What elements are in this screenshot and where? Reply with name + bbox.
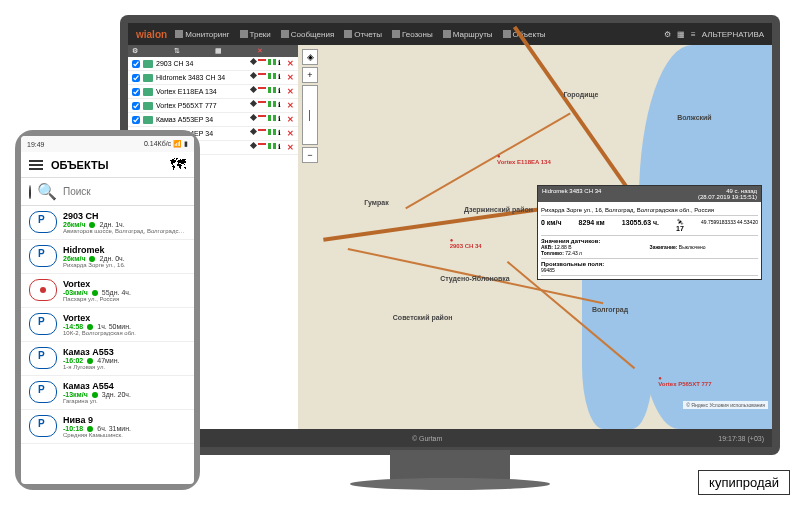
filter-icon[interactable]: ⚙: [132, 47, 170, 55]
tool-icon[interactable]: ▦: [677, 30, 685, 39]
tool-icon[interactable]: ≡: [691, 30, 696, 39]
close-all-icon[interactable]: ✕: [257, 47, 295, 55]
vehicle-icon: [29, 347, 57, 369]
main-nav: МониторингТрекиСообщенияОтчетыГеозоныМар…: [175, 30, 656, 39]
hide-icon[interactable]: [258, 73, 266, 75]
unit-name: 2903 CH: [63, 211, 186, 221]
locate-icon[interactable]: [250, 86, 257, 93]
map-label: Волгоград: [592, 306, 628, 313]
hide-icon[interactable]: [258, 59, 266, 61]
menu-icon[interactable]: [29, 160, 43, 170]
map-icon[interactable]: 🗺: [170, 156, 186, 174]
phone-unit-item[interactable]: Камаз А554 -13км/ч 3дн. 20ч. Гагарина ул…: [21, 376, 194, 410]
info-icon[interactable]: ℹ: [278, 129, 285, 136]
unit-row[interactable]: Vortex E118EA 134 ℹ ✕: [128, 85, 298, 99]
map-controls: ◈ + │ −: [302, 49, 318, 163]
info-sat: 🛰 17: [676, 219, 684, 232]
topbar: wialon МониторингТрекиСообщенияОтчетыГео…: [128, 23, 772, 45]
zoom-slider[interactable]: │: [302, 85, 318, 145]
hide-icon[interactable]: [258, 143, 266, 145]
vehicle-icon: [29, 211, 57, 233]
vehicle-marker[interactable]: ●Vortex E118EA 134: [497, 153, 551, 165]
unit-row[interactable]: Vortex P565XT 777 ℹ ✕: [128, 99, 298, 113]
phone-net: 0.14Кб/с: [144, 140, 171, 147]
account-label[interactable]: АЛЬТЕРНАТИВА: [702, 30, 764, 39]
unit-name: 2903 CH 34: [156, 60, 248, 67]
unit-checkbox[interactable]: [132, 102, 140, 110]
vehicle-marker[interactable]: ●2903 CH 34: [450, 237, 482, 249]
columns-icon[interactable]: ▦: [215, 47, 253, 55]
info-title: Hidromek 3483 CH 34: [542, 188, 601, 200]
map-canvas[interactable]: ◈ + │ − ГородищеВолгоградДзержинский рай…: [298, 45, 772, 429]
locate-icon[interactable]: [250, 128, 257, 135]
unit-meta: 26км/ч 2дн. 1ч.: [63, 221, 186, 228]
unit-meta: -13км/ч 3дн. 20ч.: [63, 391, 186, 398]
hide-icon[interactable]: [258, 115, 266, 117]
locate-icon[interactable]: [250, 114, 257, 121]
phone-header: ОБЪЕКТЫ 🗺: [21, 152, 194, 178]
phone-unit-item[interactable]: Нива 9 -10:18 6ч. 31мин. Средняя Камышин…: [21, 410, 194, 444]
battery-icon: ▮: [184, 140, 188, 147]
phone-unit-item[interactable]: Hidromek 26км/ч 2дн. 0ч. Рихарда Зорге у…: [21, 240, 194, 274]
vehicle-icon: [29, 415, 57, 437]
sort-icon[interactable]: ⇅: [174, 47, 212, 55]
info-icon[interactable]: ℹ: [278, 59, 285, 66]
locate-icon[interactable]: [250, 58, 257, 65]
locate-icon[interactable]: [250, 142, 257, 149]
unit-row[interactable]: Hidromek 3483 CH 34 ℹ ✕: [128, 71, 298, 85]
remove-icon[interactable]: ✕: [287, 101, 294, 110]
locate-icon[interactable]: [250, 100, 257, 107]
info-hours: 13055.63 ч.: [622, 219, 659, 232]
vehicle-icon: [29, 381, 57, 403]
vehicle-icon: [29, 245, 57, 267]
remove-icon[interactable]: ✕: [287, 73, 294, 82]
unit-row[interactable]: 2903 CH 34 ℹ ✕: [128, 57, 298, 71]
phone-unit-item[interactable]: Vortex -14:58 1ч. 50мин. 10К-2, Волгогра…: [21, 308, 194, 342]
phone-title: ОБЪЕКТЫ: [51, 159, 162, 171]
unit-address: Средняя Камышинск.: [63, 432, 186, 438]
phone-unit-item[interactable]: Камаз А553 -16:02 47мин. 1-я Луговая ул.: [21, 342, 194, 376]
unit-row[interactable]: Камаз A553EP 34 ℹ ✕: [128, 113, 298, 127]
remove-icon[interactable]: ✕: [287, 129, 294, 138]
zoom-out-button[interactable]: −: [302, 147, 318, 163]
vehicle-icon: [29, 313, 57, 335]
remove-icon[interactable]: ✕: [287, 87, 294, 96]
layer-button[interactable]: ◈: [302, 49, 318, 65]
hide-icon[interactable]: [258, 101, 266, 103]
unit-checkbox[interactable]: [132, 74, 140, 82]
phone-search: 🔍 ⇅: [21, 178, 194, 206]
phone-unit-item[interactable]: Vortex -03км/ч 55дн. 4ч. Пасхаря ул., Ро…: [21, 274, 194, 308]
tool-icon[interactable]: ⚙: [664, 30, 671, 39]
info-icon[interactable]: ℹ: [278, 87, 285, 94]
unit-checkbox[interactable]: [132, 116, 140, 124]
unit-checkbox[interactable]: [132, 88, 140, 96]
nav-item[interactable]: Геозоны: [392, 30, 433, 39]
locate-icon[interactable]: [250, 72, 257, 79]
nav-item[interactable]: Отчеты: [344, 30, 382, 39]
info-icon[interactable]: ℹ: [278, 73, 285, 80]
phone-unit-item[interactable]: 2903 CH 26км/ч 2дн. 1ч. Авиаторов шоссе,…: [21, 206, 194, 240]
vehicle-marker[interactable]: ●Vortex P565XT 777: [658, 375, 711, 387]
nav-item[interactable]: Мониторинг: [175, 30, 229, 39]
zoom-in-button[interactable]: +: [302, 67, 318, 83]
hide-icon[interactable]: [258, 87, 266, 89]
signal-icon: [268, 73, 276, 79]
info-icon[interactable]: ℹ: [278, 143, 285, 150]
remove-icon[interactable]: ✕: [287, 115, 294, 124]
unit-checkbox[interactable]: [132, 60, 140, 68]
remove-icon[interactable]: ✕: [287, 59, 294, 68]
nav-item[interactable]: Маршруты: [443, 30, 493, 39]
signal-icon: [268, 87, 276, 93]
remove-icon[interactable]: ✕: [287, 143, 294, 152]
eye-icon[interactable]: [29, 185, 31, 199]
signal-icon: [268, 101, 276, 107]
phone-unit-list[interactable]: 2903 CH 26км/ч 2дн. 1ч. Авиаторов шоссе,…: [21, 206, 194, 484]
info-icon[interactable]: ℹ: [278, 101, 285, 108]
unit-address: Рихарда Зорге ул., 16.: [63, 262, 186, 268]
search-input[interactable]: [63, 186, 190, 197]
nav-item[interactable]: Сообщения: [281, 30, 334, 39]
hide-icon[interactable]: [258, 129, 266, 131]
unit-name: Нива 9: [63, 415, 186, 425]
info-icon[interactable]: ℹ: [278, 115, 285, 122]
nav-item[interactable]: Треки: [240, 30, 271, 39]
